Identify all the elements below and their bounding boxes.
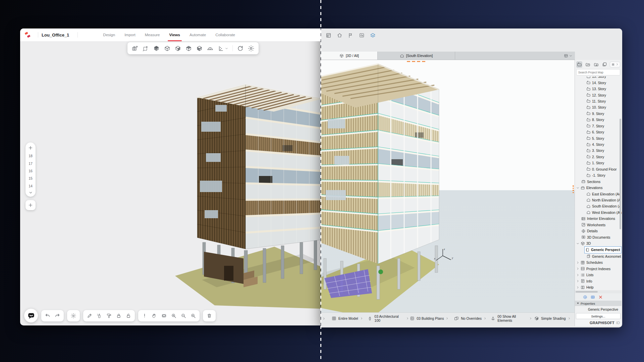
new-tab-button[interactable]	[561, 52, 575, 60]
story-level-17[interactable]: 17	[29, 160, 33, 167]
project-title-dropdown[interactable]: Lou_Office_1	[42, 33, 74, 38]
tree-item-11-story[interactable]: 11. Story	[575, 98, 622, 104]
tree-item-lists[interactable]: Lists	[575, 272, 622, 278]
pane-splitter-handle[interactable]	[572, 185, 574, 193]
delete-icon[interactable]	[207, 313, 212, 318]
cube-monochrome-button[interactable]	[185, 45, 192, 52]
tree-item-elevations[interactable]: Elevations	[575, 185, 622, 191]
cube-wire-button[interactable]	[164, 45, 170, 52]
tree-item-1-story[interactable]: 1. Story	[575, 160, 622, 166]
chevron-down-icon[interactable]	[29, 191, 33, 194]
entire-model-selector[interactable]: Entire Model	[327, 316, 368, 321]
story-level-15[interactable]: 15	[29, 175, 33, 182]
exclamation-icon[interactable]	[142, 313, 147, 318]
tree-item-sections[interactable]: Sections	[575, 178, 622, 184]
home-icon[interactable]	[337, 33, 342, 38]
right-3d-viewport[interactable]: zxy	[321, 60, 575, 313]
panel-grid-icon[interactable]	[326, 33, 331, 38]
tree-item-west-elevation-au[interactable]: West Elevation (Au	[575, 209, 622, 216]
lock-icon[interactable]	[116, 313, 121, 318]
tree-item-help[interactable]: Help	[575, 284, 622, 290]
search-input[interactable]	[576, 69, 620, 75]
tree-item-2-story[interactable]: 2. Story	[575, 154, 622, 160]
navigator-menu-button[interactable]	[610, 62, 620, 67]
settings-button[interactable]: Settings...	[576, 313, 621, 319]
menu-item-collaborate[interactable]: Collaborate	[215, 28, 235, 41]
tree-item-12-story[interactable]: 12. Story	[575, 92, 622, 98]
tree-item-worksheets[interactable]: Worksheets	[575, 222, 622, 228]
tree-item-14-story[interactable]: 14. Story	[575, 79, 622, 85]
graph-list-button[interactable]	[218, 45, 228, 52]
tree-horizontal-scrollbar[interactable]	[575, 290, 622, 293]
spray-icon[interactable]	[97, 313, 102, 318]
add-level-button[interactable]	[25, 200, 36, 210]
add-story-button[interactable]	[28, 145, 33, 150]
03-building-plans-selector[interactable]: 03 Building Plans	[409, 316, 450, 321]
current-view-row[interactable]: Generic Perspective	[575, 306, 622, 313]
cube-textured-button[interactable]	[196, 45, 203, 52]
zoom-out-icon[interactable]	[181, 313, 186, 318]
story-level-14[interactable]: 14	[29, 182, 33, 190]
orbit-icon[interactable]	[161, 313, 167, 318]
flag-icon[interactable]	[348, 33, 354, 38]
redo-icon[interactable]	[55, 313, 60, 318]
menu-item-measure[interactable]: Measure	[145, 28, 160, 41]
view-map-button[interactable]	[585, 61, 591, 68]
tree-item-10-story[interactable]: 10. Story	[575, 104, 622, 110]
tree-item-generic-perspect[interactable]: Generic Perspect	[584, 246, 622, 253]
layout-book-button[interactable]	[593, 61, 599, 68]
pen-icon[interactable]	[87, 313, 92, 318]
tab--3d-all-[interactable]: [3D / All]	[321, 52, 378, 60]
project-map-button[interactable]	[576, 61, 582, 68]
publisher-button[interactable]	[601, 61, 607, 68]
tree-item-3d-documents[interactable]: 3D Documents	[575, 234, 622, 240]
tree-item-5-story[interactable]: 5. Story	[575, 135, 622, 141]
sun-path-button[interactable]	[207, 45, 213, 52]
tree-item-generic-axonomet[interactable]: Generic Axonomet	[575, 253, 622, 259]
close-red-icon[interactable]	[598, 295, 603, 299]
add-view-button[interactable]	[132, 45, 138, 52]
tree-item--1-story[interactable]: -1. Story	[575, 172, 622, 178]
pan-hand-icon[interactable]	[152, 313, 157, 318]
tree-item-schedules[interactable]: Schedules	[575, 259, 622, 265]
cube-shaded-button[interactable]	[175, 45, 181, 52]
settings-button[interactable]	[248, 45, 254, 52]
tree-item-8-story[interactable]: 8. Story	[575, 117, 622, 123]
properties-header[interactable]: Properties	[575, 301, 622, 306]
tree-item-south-elevation-a[interactable]: South Elevation (A	[575, 203, 622, 209]
undo-icon[interactable]	[45, 313, 50, 318]
tree-item-0-ground-floor[interactable]: 0. Ground Floor	[575, 166, 622, 172]
menu-item-import[interactable]: Import	[124, 28, 136, 41]
tab--south-elevation-[interactable]: [South Elevation]	[378, 52, 455, 60]
03-architectural-100-selector[interactable]: 03 Architectural 100	[368, 314, 409, 322]
tree-item-9-story[interactable]: 9. Story	[575, 111, 622, 117]
story-level-16[interactable]: 16	[29, 167, 33, 175]
function-icon[interactable]	[359, 33, 365, 38]
unlock-icon[interactable]	[126, 313, 131, 318]
no-overrides-selector[interactable]: No Overrides	[450, 316, 491, 321]
cube-solid-button[interactable]	[153, 45, 160, 52]
zoom-fit-icon[interactable]	[191, 313, 196, 318]
section-box-button[interactable]	[143, 45, 149, 52]
zoom-in-icon[interactable]	[171, 313, 176, 318]
menu-item-design[interactable]: Design	[103, 28, 115, 41]
tree-item-interior-elevations[interactable]: Interior Elevations	[575, 216, 622, 222]
grid-blue-icon[interactable]	[591, 295, 595, 299]
tree-item-15-story[interactable]: 15. Story	[575, 76, 622, 79]
tree-item-7-story[interactable]: 7. Story	[575, 123, 622, 129]
tree-item-3d[interactable]: 3D	[575, 240, 622, 246]
assistant-button[interactable]	[24, 309, 38, 322]
settings-icon[interactable]	[71, 313, 76, 318]
tree-item-3-story[interactable]: 3. Story	[575, 147, 622, 154]
left-3d-viewport[interactable]	[20, 41, 321, 325]
tree-item-info[interactable]: Info	[575, 278, 622, 284]
simple-shading-selector[interactable]: Simple Shading	[532, 316, 573, 321]
story-level-18[interactable]: 18	[29, 152, 33, 160]
tree-item-details[interactable]: Details	[575, 228, 622, 234]
tree-item-north-elevation-a[interactable]: North Elevation (A	[575, 197, 622, 203]
tree-item-13-story[interactable]: 13. Story	[575, 86, 622, 92]
layers-blue-icon[interactable]	[370, 33, 376, 38]
select-tool-dropdown[interactable]	[81, 32, 92, 38]
paint-roller-icon[interactable]	[106, 313, 112, 318]
tree-item-east-elevation-au[interactable]: East Elevation (Au	[575, 191, 622, 197]
